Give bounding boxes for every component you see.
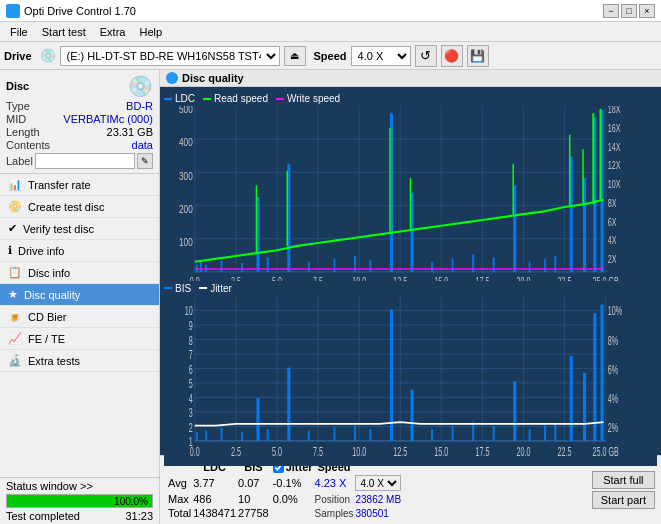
settings-button[interactable]: 🔴	[441, 45, 463, 67]
svg-rect-133	[333, 427, 335, 441]
svg-rect-146	[570, 355, 573, 440]
charts-area: LDC Read speed Write speed	[160, 87, 661, 455]
create-test-disc-icon: 📀	[8, 200, 22, 213]
disc-label-button[interactable]: ✎	[137, 153, 153, 169]
svg-text:2: 2	[189, 420, 193, 433]
drive-label: Drive	[4, 50, 32, 62]
svg-text:9: 9	[189, 319, 193, 332]
svg-text:17.5: 17.5	[475, 445, 489, 458]
disc-label-row: Label ✎	[6, 153, 153, 169]
legend-ldc-label: LDC	[175, 93, 195, 104]
main-area: Disc 💿 Type BD-R MID VERBATIMc (000) Len…	[0, 70, 661, 524]
disc-length-row: Length 23.31 GB	[6, 126, 153, 138]
status-time: 31:23	[125, 510, 153, 522]
sidebar-item-extra-tests[interactable]: 🔬 Extra tests	[0, 350, 159, 372]
svg-rect-144	[544, 425, 546, 440]
chart-header-icon	[166, 72, 178, 84]
sidebar-item-verify-test-disc[interactable]: ✔ Verify test disc	[0, 218, 159, 240]
svg-text:7: 7	[189, 348, 193, 361]
refresh-button[interactable]: ↺	[415, 45, 437, 67]
svg-rect-138	[431, 428, 433, 440]
sidebar-item-create-test-disc[interactable]: 📀 Create test disc	[0, 196, 159, 218]
svg-text:25.0 GB: 25.0 GB	[592, 445, 619, 458]
status-window-link[interactable]: Status window >>	[6, 480, 153, 492]
svg-text:10%: 10%	[608, 303, 623, 316]
avg-ldc: 3.77	[193, 475, 236, 491]
app-title: Opti Drive Control 1.70	[24, 5, 136, 17]
svg-text:300: 300	[179, 169, 193, 182]
avg-bis: 0.07	[238, 475, 269, 491]
disc-contents-value: data	[132, 139, 153, 151]
svg-rect-130	[267, 428, 269, 440]
start-part-button[interactable]: Start part	[592, 491, 655, 509]
maximize-button[interactable]: □	[621, 4, 637, 18]
svg-text:14X: 14X	[608, 142, 621, 154]
jitter-color-dot	[199, 287, 207, 289]
max-jitter: 0.0%	[273, 493, 313, 505]
svg-text:15.0: 15.0	[434, 445, 448, 458]
speed-label: Speed	[314, 50, 347, 62]
stats-table: LDC BIS Jitter Speed	[166, 459, 403, 521]
menu-start-test[interactable]: Start test	[36, 25, 92, 39]
svg-text:2.5: 2.5	[231, 445, 241, 458]
minimize-button[interactable]: −	[603, 4, 619, 18]
svg-text:10: 10	[185, 303, 193, 316]
sidebar-item-transfer-rate[interactable]: 📊 Transfer rate	[0, 174, 159, 196]
sidebar-item-drive-info[interactable]: ℹ Drive info	[0, 240, 159, 262]
close-button[interactable]: ×	[639, 4, 655, 18]
disc-label-input[interactable]	[35, 153, 135, 169]
app-icon	[6, 4, 20, 18]
extra-tests-label: Extra tests	[28, 355, 80, 367]
chart-header: Disc quality	[160, 70, 661, 87]
svg-rect-139	[452, 425, 454, 440]
speed-select-cell: 4.0 X	[355, 475, 401, 491]
svg-text:12.5: 12.5	[393, 445, 407, 458]
svg-text:5: 5	[189, 377, 193, 390]
eject-button[interactable]: ⏏	[284, 46, 306, 66]
max-bis: 10	[238, 493, 269, 505]
start-buttons: Start full Start part	[592, 471, 655, 509]
svg-rect-136	[390, 309, 393, 440]
sidebar-item-cd-bier[interactable]: 🍺 CD Bier	[0, 306, 159, 328]
svg-rect-128	[241, 432, 243, 441]
svg-rect-137	[411, 389, 414, 440]
svg-text:8%: 8%	[608, 333, 619, 346]
sidebar-item-disc-quality[interactable]: ★ Disc quality	[0, 284, 159, 306]
disc-length-label: Length	[6, 126, 40, 138]
menu-file[interactable]: File	[4, 25, 34, 39]
bottom-chart: BIS Jitter	[164, 281, 657, 451]
sidebar-item-fe-te[interactable]: 📈 FE / TE	[0, 328, 159, 350]
sidebar-item-disc-info[interactable]: 📋 Disc info	[0, 262, 159, 284]
svg-text:2%: 2%	[608, 420, 619, 433]
svg-rect-45	[220, 260, 222, 272]
drive-select[interactable]: (E:) HL-DT-ST BD-RE WH16NS58 TST4	[60, 46, 280, 66]
save-button[interactable]: 💾	[467, 45, 489, 67]
svg-text:4%: 4%	[608, 391, 619, 404]
menu-help[interactable]: Help	[133, 25, 168, 39]
svg-text:2X: 2X	[608, 254, 617, 266]
svg-rect-126	[205, 430, 207, 440]
legend-write-speed: Write speed	[276, 93, 340, 104]
progress-text: 100.0%	[114, 495, 148, 509]
menu-extra[interactable]: Extra	[94, 25, 132, 39]
verify-test-disc-label: Verify test disc	[23, 223, 94, 235]
disc-header: Disc 💿	[6, 74, 153, 98]
status-window-label: Status window >>	[6, 480, 93, 492]
svg-rect-53	[369, 260, 371, 272]
speed-value-cell: 4.23 X	[315, 475, 354, 491]
svg-rect-148	[593, 313, 596, 441]
start-full-button[interactable]: Start full	[592, 471, 655, 489]
legend-bis: BIS	[164, 283, 191, 294]
svg-rect-131	[287, 367, 290, 440]
svg-text:4: 4	[189, 391, 193, 404]
top-chart: LDC Read speed Write speed	[164, 91, 657, 279]
svg-text:6%: 6%	[608, 362, 619, 375]
write-color-dot	[276, 98, 284, 100]
drive-info-icon: ℹ	[8, 244, 12, 257]
svg-rect-147	[583, 372, 586, 440]
svg-rect-125	[196, 432, 198, 441]
total-label: Total	[168, 507, 191, 519]
svg-rect-132	[308, 430, 310, 440]
speed-select-stats[interactable]: 4.0 X	[355, 475, 401, 491]
speed-select[interactable]: 4.0 X	[351, 46, 411, 66]
